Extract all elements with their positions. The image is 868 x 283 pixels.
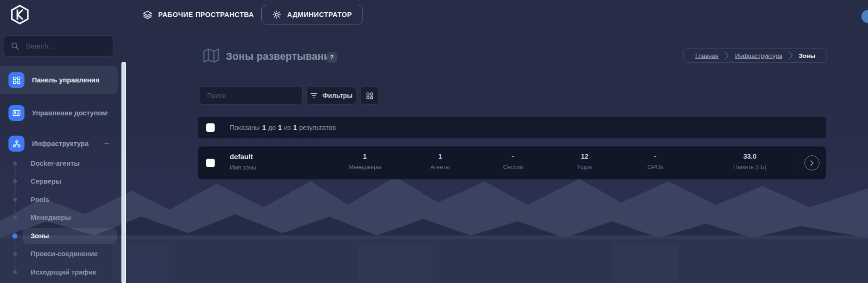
collapse-minus-icon[interactable]: − xyxy=(104,138,109,149)
gpus-cell: - GPUs xyxy=(647,146,663,170)
grid-icon xyxy=(366,92,373,99)
sidebar-subitem-label: Docker-агенты xyxy=(31,160,80,167)
results-summary: Показаны1до1из1результатов xyxy=(230,124,338,131)
sidebar-item-label: Инфраструктура xyxy=(32,140,88,147)
admin-button-label: АДМИНИСТРАТОР xyxy=(287,11,352,18)
sidebar-subitem-zones[interactable]: Зоны xyxy=(0,228,118,244)
page-title: Зоны развертывания xyxy=(226,49,336,65)
search-icon xyxy=(11,42,19,50)
sidebar-subitem-pools[interactable]: Pools xyxy=(0,192,118,208)
sidebar-subitem-servers[interactable]: Серверы xyxy=(0,173,118,189)
filter-icon xyxy=(310,92,318,99)
sidebar-subitem-label: Менеджеры xyxy=(31,214,71,221)
sidebar-item-label: Управление доступом xyxy=(32,109,107,117)
top-bar: РАБОЧИЕ ПРОСТРАНСТВА АДМИНИСТРАТОР xyxy=(0,0,868,29)
memory-cell: 33.0 Память (ГБ) xyxy=(733,146,766,170)
breadcrumb: Главная Инфраструктура Зоны xyxy=(683,49,827,63)
summary-word: до xyxy=(268,124,276,131)
bullet-dot-icon xyxy=(13,198,17,202)
summary-to: 1 xyxy=(278,124,282,131)
sidebar-subitem-label: Серверы xyxy=(31,178,61,185)
sidebar-subitem-label: Прокси-соединение xyxy=(31,250,98,258)
sidebar-scrollbar[interactable] xyxy=(121,62,126,283)
sidebar-subitem-outbound[interactable]: Исходящий трафик xyxy=(0,264,118,280)
summary-word: Показаны xyxy=(230,124,260,131)
zone-name-value: default xyxy=(230,153,256,161)
sidebar-search[interactable] xyxy=(4,35,113,57)
layers-icon xyxy=(143,10,153,20)
sidebar-search-input[interactable] xyxy=(25,41,121,50)
bullet-dot-icon xyxy=(13,270,17,274)
sidebar-item-dashboard[interactable]: Панель управления xyxy=(0,66,118,94)
row-divider xyxy=(798,149,798,177)
cell-label: GPUs xyxy=(647,164,663,170)
cell-value: 1 xyxy=(430,153,450,160)
summary-word: результатов xyxy=(299,124,336,131)
grid-view-button[interactable] xyxy=(360,87,379,105)
gear-icon xyxy=(272,10,281,19)
open-row-button[interactable] xyxy=(804,155,820,170)
summary-total: 1 xyxy=(293,124,297,131)
id-card-icon xyxy=(8,105,24,121)
nav-workspaces[interactable]: РАБОЧИЕ ПРОСТРАНСТВА xyxy=(143,0,254,29)
table-row[interactable]: default Имя зоны 1 Менеджеры 1 Агенты - … xyxy=(198,146,826,179)
sidebar-subitem-managers[interactable]: Менеджеры xyxy=(0,210,118,226)
sidebar-item-infrastructure[interactable]: Инфраструктура − xyxy=(0,129,118,158)
sidebar-subitem-label: Исходящий трафик xyxy=(31,268,96,276)
filters-button[interactable]: Фильтры xyxy=(306,87,356,105)
sessions-cell: - Сессии xyxy=(503,146,523,170)
filters-button-label: Фильтры xyxy=(322,92,353,99)
map-icon xyxy=(202,48,220,64)
bullet-dot-icon xyxy=(13,252,17,256)
cell-value: - xyxy=(647,153,663,160)
sidebar-item-label: Панель управления xyxy=(32,76,99,84)
cell-value: 33.0 xyxy=(733,153,766,160)
cell-label: Менеджеры xyxy=(348,164,381,170)
zone-name-label: Имя зоны xyxy=(230,164,256,171)
agents-cell: 1 Агенты xyxy=(430,146,450,170)
background-photo xyxy=(0,0,868,283)
cores-cell: 12 Ядра xyxy=(578,146,592,170)
cluster-icon xyxy=(8,136,24,152)
zone-name-cell: default Имя зоны xyxy=(230,146,256,171)
bullet-dot-icon xyxy=(12,234,17,239)
breadcrumb-current-zones: Зоны xyxy=(799,52,815,59)
admin-button[interactable]: АДМИНИСТРАТОР xyxy=(261,5,363,24)
app-window: РАБОЧИЕ ПРОСТРАНСТВА АДМИНИСТРАТОР xyxy=(0,0,868,283)
chevron-separator-icon xyxy=(724,51,729,60)
cell-label: Ядра xyxy=(578,164,592,170)
dashboard-icon xyxy=(8,72,24,88)
cell-value: - xyxy=(503,153,523,160)
sidebar-subitem-label: Pools xyxy=(31,196,49,203)
summary-word: из xyxy=(284,124,290,131)
app-logo[interactable] xyxy=(9,4,30,25)
table-summary-bar: Показаны1до1из1результатов xyxy=(198,117,826,138)
sidebar-item-access[interactable]: Управление доступом + xyxy=(0,99,118,127)
nav-workspaces-label: РАБОЧИЕ ПРОСТРАНСТВА xyxy=(158,11,254,18)
table-search-input[interactable] xyxy=(206,91,296,100)
bullet-dot-icon xyxy=(13,179,17,183)
bullet-dot-icon xyxy=(13,216,17,219)
managers-cell: 1 Менеджеры xyxy=(348,146,381,170)
cell-value: 12 xyxy=(578,153,592,160)
sidebar-subitem-label: Зоны xyxy=(31,232,49,240)
summary-from: 1 xyxy=(262,124,266,131)
user-avatar[interactable] xyxy=(861,10,868,23)
chevron-right-icon xyxy=(810,160,814,166)
cell-label: Память (ГБ) xyxy=(733,164,766,170)
breadcrumb-link-infrastructure[interactable]: Инфраструктура xyxy=(735,52,782,59)
chevron-separator-icon xyxy=(788,51,793,60)
cell-label: Агенты xyxy=(430,164,450,170)
select-all-checkbox[interactable] xyxy=(206,123,215,132)
cell-label: Сессии xyxy=(503,164,523,170)
row-checkbox[interactable] xyxy=(206,159,215,167)
expand-plus-icon[interactable]: + xyxy=(104,108,109,118)
sidebar: Панель управления Управление доступом + … xyxy=(0,29,118,283)
breadcrumb-link-home[interactable]: Главная xyxy=(695,52,718,59)
cell-value: 1 xyxy=(348,153,381,160)
help-badge[interactable]: ? xyxy=(327,52,337,63)
bullet-dot-icon xyxy=(13,162,17,165)
sidebar-subitem-docker-agents[interactable]: Docker-агенты xyxy=(0,155,118,171)
sidebar-subitem-proxy[interactable]: Прокси-соединение xyxy=(0,246,118,262)
table-search[interactable] xyxy=(199,87,303,105)
